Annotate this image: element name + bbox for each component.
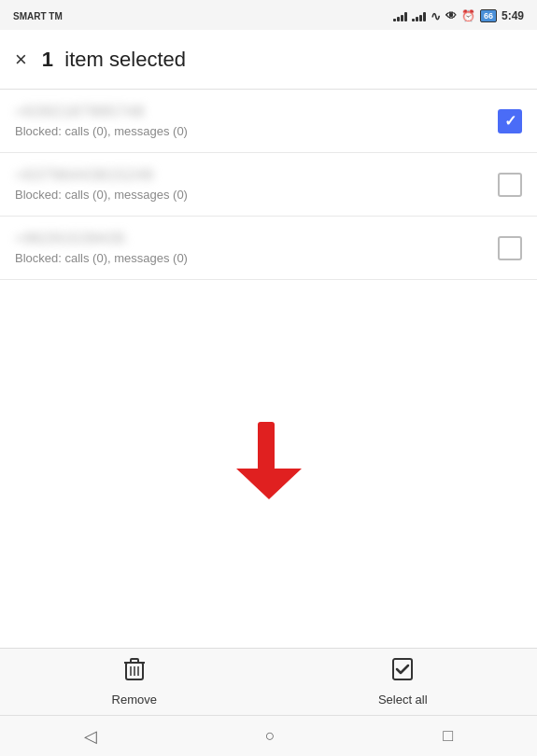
item-text: +96291539435 Blocked: calls (0), message… [15, 231, 498, 265]
svg-rect-4 [131, 659, 138, 663]
block-status: Blocked: calls (0), messages (0) [15, 251, 498, 265]
svg-marker-1 [236, 469, 302, 499]
recent-nav-button[interactable]: □ [443, 726, 453, 746]
remove-button[interactable]: Remove [88, 657, 181, 707]
bar2 [397, 17, 400, 21]
wifi-icon: ∿ [431, 9, 441, 23]
list-item[interactable]: +96291539435 Blocked: calls (0), message… [0, 217, 537, 280]
item-text: +63796443815249 Blocked: calls (0), mess… [15, 167, 498, 202]
bar2 [416, 17, 418, 21]
time-label: 5:49 [502, 9, 524, 22]
signal-bars-1 [393, 10, 407, 21]
trash-icon [123, 657, 146, 687]
header-title-suffix: item selected [64, 48, 186, 71]
bar1 [412, 19, 415, 21]
select-all-label: Select all [378, 693, 428, 707]
contact-number: +6392187995748 [15, 104, 498, 120]
eye-icon: 👁 [445, 9, 457, 22]
close-button[interactable]: × [15, 48, 27, 72]
contact-number: +96291539435 [15, 231, 498, 247]
list-item[interactable]: +63796443815249 Blocked: calls (0), mess… [0, 153, 537, 217]
status-right: ∿ 👁 ⏰ 66 5:49 [393, 9, 524, 23]
blocked-list: +6392187995748 Blocked: calls (0), messa… [0, 90, 537, 408]
item-checkbox-1[interactable] [498, 109, 522, 133]
item-text: +6392187995748 Blocked: calls (0), messa… [15, 104, 498, 138]
status-bar: SMART TM ∿ 👁 ⏰ 66 [0, 0, 537, 30]
alarm-icon: ⏰ [461, 9, 475, 22]
select-all-icon [391, 657, 414, 687]
bar3 [401, 15, 403, 21]
carrier-label: SMART TM [13, 11, 63, 21]
item-checkbox-2[interactable] [498, 173, 522, 197]
header-title: 1 item selected [42, 48, 186, 72]
back-nav-button[interactable]: ◁ [84, 726, 97, 747]
bar4 [423, 12, 426, 21]
bar1 [393, 19, 396, 21]
red-arrow-svg [232, 417, 306, 501]
selected-count: 1 [42, 48, 53, 71]
nav-bar: ◁ ○ □ [0, 715, 537, 756]
select-all-button[interactable]: Select all [356, 657, 449, 707]
list-item[interactable]: +6392187995748 Blocked: calls (0), messa… [0, 90, 537, 153]
bar3 [419, 15, 422, 21]
battery-indicator: 66 [480, 9, 497, 22]
block-status: Blocked: calls (0), messages (0) [15, 124, 498, 138]
home-nav-button[interactable]: ○ [265, 726, 276, 746]
signal-bars-2 [412, 10, 426, 21]
contact-number: +63796443815249 [15, 167, 498, 184]
remove-label: Remove [112, 693, 157, 707]
selection-header: × 1 item selected [0, 30, 537, 90]
item-checkbox-3[interactable] [498, 236, 522, 260]
block-status: Blocked: calls (0), messages (0) [15, 188, 498, 202]
arrow-indicator [0, 408, 537, 501]
svg-rect-0 [258, 422, 275, 470]
bar4 [404, 12, 407, 21]
bottom-action-bar: Remove Select all [0, 648, 537, 715]
